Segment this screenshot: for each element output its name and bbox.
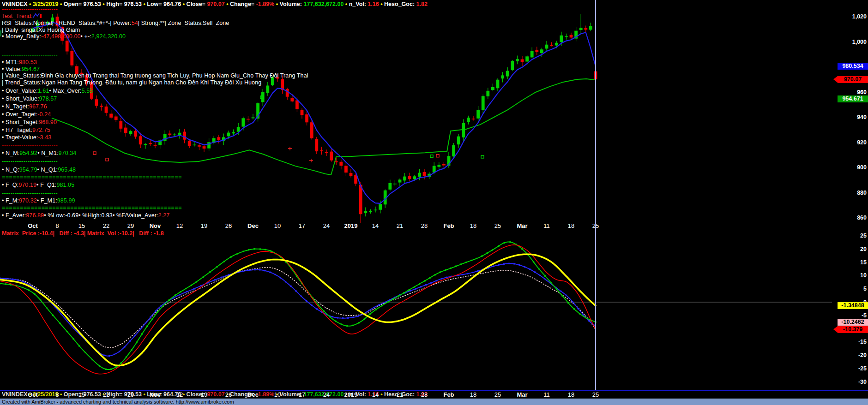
osc-tick-label: 15 <box>835 259 867 266</box>
overlay-text: 954.67 <box>22 66 40 72</box>
date-label: 14 <box>372 391 379 398</box>
overlay-text: 1.61 <box>38 88 49 94</box>
date-label: 21 <box>397 391 403 398</box>
overlay-text: • F_M1: <box>37 197 57 204</box>
date-label: 25 <box>494 391 501 398</box>
overlay-text: • H7_Taget: <box>2 127 32 133</box>
header-segment: High= 976.53 <box>106 1 143 7</box>
overlay-text: -47,498,400.00 <box>41 33 81 40</box>
header-segment: -1.89% <box>256 391 276 398</box>
separator-dashes: ========================================… <box>2 205 182 211</box>
date-label: 18 <box>568 391 574 398</box>
overlay-text: 970.32 <box>19 197 37 204</box>
overlay-text: 54 <box>132 20 138 26</box>
overlay-text: • Taget-Value: <box>2 134 38 141</box>
header-segment: Low= 964.76 <box>147 1 182 7</box>
date-label: 22 <box>103 391 109 398</box>
header-segment: • <box>226 1 230 7</box>
header-segment: Open= 976.53 <box>64 1 102 7</box>
separator-dashes: -------------------------- <box>2 190 58 197</box>
trend-zigzag-icon <box>33 12 42 19</box>
date-label: Nov <box>150 391 161 398</box>
osc-tick-label: -20 <box>835 352 867 358</box>
overlay-text: -------------------------- <box>2 53 58 59</box>
osc-tick-label: -25 <box>835 365 867 372</box>
status-bar: Created with AmiBroker - advanced charti… <box>0 399 868 405</box>
header-segment: 177,632,672.00 <box>303 1 345 7</box>
separator-dashes: ========================================… <box>2 174 182 180</box>
header-segment: 970.07 <box>207 1 226 7</box>
overlay-text: • %F/Value_Aver: <box>113 212 158 219</box>
date-label: Oct <box>28 391 38 398</box>
overlay-text: 967.76 <box>29 103 47 110</box>
matrix-indicator-label: Matrix_Price :-10.4| Diff : -4.3| Matrix… <box>2 230 164 237</box>
overlay-text: 954.92 <box>19 150 37 156</box>
header-segment: 1.16 <box>368 1 380 7</box>
header-segment: • <box>102 1 106 7</box>
overlay-text: 985.99 <box>57 197 75 204</box>
overlay-line: • Over_Taget:-0.24 <box>2 111 51 118</box>
overlay-text: • N_Q: <box>2 167 19 173</box>
overlay-text: • Short_Taget: <box>2 119 39 125</box>
osc-badge: -10.2462 <box>838 319 868 326</box>
overlay-text: | Strong:**| Zone_Status:Sell_Zone <box>138 20 229 26</box>
date-label: 25 <box>592 391 599 398</box>
overlay-text: -------------------------- <box>2 158 58 165</box>
overlay-text: RSI_Status:Normal| TREND_Status:*#+*-| P… <box>2 20 132 26</box>
pane3-header-fragments: VNINDEX • 3/25/2019 • Open= 976.53 • Hig… <box>2 391 428 398</box>
overlay-line: • F_M:970.32• F_M1:985.99 <box>2 197 75 204</box>
overlay-text: -------------------------- <box>2 143 58 149</box>
header-segment: -1.89% <box>256 1 276 7</box>
header-segment: n_Vol: <box>349 1 368 7</box>
overlay-text: 970.19 <box>18 182 36 188</box>
overlay-text: • N_M1: <box>37 150 58 156</box>
overlay-text: • F_Q: <box>2 182 18 188</box>
header-segment: VNINDEX <box>2 391 29 398</box>
overlay-text: • %Low: <box>44 212 65 219</box>
overlay-text: • N_M: <box>2 150 19 156</box>
overlay-line: • Short_Taget:968.90 <box>2 119 57 125</box>
overlay-line: • Taget-Value:-3.43 <box>2 134 51 141</box>
date-label: 19 <box>201 391 207 398</box>
separator-dashes: -------------------------- <box>2 53 58 59</box>
overlay-text: 968.90 <box>39 119 57 125</box>
overlay-line: • MT1:980.53 <box>2 59 37 66</box>
overlay-text: • Max_Over: <box>49 88 81 94</box>
osc-tick-label: -30 <box>835 379 867 385</box>
separator-dashes: -------------------------- <box>2 6 58 12</box>
overlay-text: -0.69 <box>65 212 78 219</box>
badge-arrow-icon <box>833 326 838 333</box>
date-label: 26 <box>225 391 232 398</box>
oscillator-pane[interactable] <box>0 0 868 405</box>
overlay-line: • Short_Value:978.57 <box>2 95 57 102</box>
header-segment: 1.82 <box>416 1 428 7</box>
series-matrix-green <box>0 242 596 370</box>
overlay-text: • Over_Value: <box>2 88 38 94</box>
overlay-text: 978.57 <box>39 95 57 102</box>
overlay-text: | Daily_singal:Xu Huong Giam <box>2 27 80 33</box>
header-segment: • <box>380 1 384 7</box>
date-label: 28 <box>421 391 428 398</box>
header-segment: High= 976.53 <box>106 391 143 398</box>
overlay-line: • Over_Value:1.61• Max_Over:5.55 <box>2 88 93 94</box>
overlay-text: • F_M: <box>2 197 19 204</box>
overlay-line: • F_Q:970.19• F_Q1:981.05 <box>2 182 74 188</box>
header-segment: • <box>380 391 384 398</box>
overlay-line: • N_Q:954.79• N_Q1:965.48 <box>2 167 76 173</box>
date-label: Feb <box>443 391 454 398</box>
overlay-line: • N_M:954.92• N_M1:970.34 <box>2 150 76 156</box>
osc-tick-label: 5 <box>835 286 867 292</box>
overlay-line: • Money_Daily:-47,498,400.00• +-:2,924,3… <box>2 33 126 40</box>
series-matrix-green-markers <box>0 241 597 370</box>
date-label: 8 <box>55 391 59 398</box>
cursor-vline[interactable] <box>595 0 596 390</box>
date-label: 24 <box>323 391 330 398</box>
overlay-line: | Trend_Status:Ngan Han Tang Truong. Đâu… <box>2 79 261 86</box>
oscillator-axis: 2520151050-5-15-20-25-30-1.34848-10.2462… <box>834 0 868 405</box>
overlay-text: 976.89 <box>26 212 44 219</box>
header-segment: • <box>60 391 64 398</box>
separator-dashes: -------------------------- <box>2 158 58 165</box>
header-segment: • <box>276 1 280 7</box>
series-matrix-yellow <box>0 254 596 365</box>
overlay-text: • N_Q1: <box>37 167 58 173</box>
